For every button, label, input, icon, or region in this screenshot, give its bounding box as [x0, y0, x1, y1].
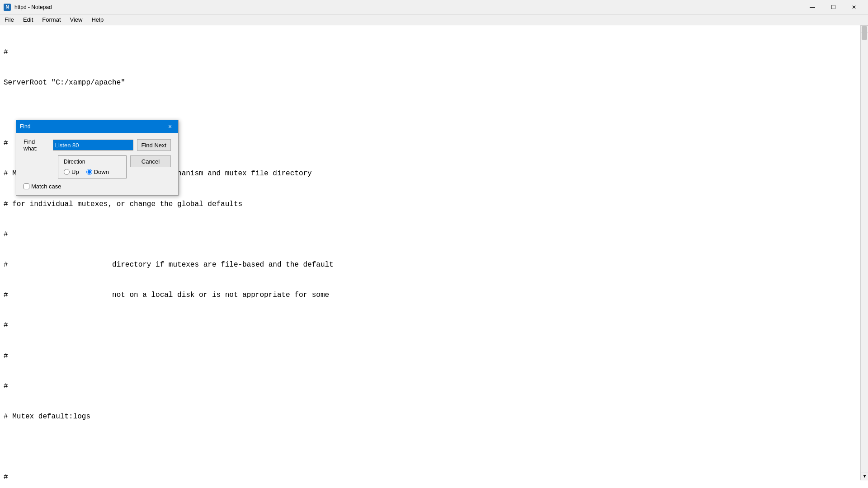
menu-help[interactable]: Help [87, 14, 108, 25]
up-radio[interactable] [64, 169, 70, 175]
scrollbar: ▲ ▼ [860, 25, 868, 480]
direction-group-container: Direction Up Down [58, 155, 127, 178]
menu-file[interactable]: File [0, 14, 19, 25]
titlebar: N httpd - Notepad — ☐ ✕ [0, 0, 868, 14]
editor-line-2 [4, 108, 864, 118]
dialog-titlebar: Find × [16, 120, 178, 133]
editor-line-6: # [4, 230, 864, 239]
direction-group: Direction Up Down [58, 155, 127, 178]
dialog-close-button[interactable]: × [165, 122, 175, 131]
editor-line-9: # [4, 320, 864, 330]
editor[interactable]: # ServerRoot "C:/xampp/apache" # # Mutex… [0, 25, 868, 488]
minimize-button[interactable]: — [802, 0, 823, 14]
dialog-body: Find what: Find Next Direction Up Down [16, 133, 178, 195]
scrollbar-thumb[interactable] [862, 26, 867, 40]
titlebar-controls: — ☐ ✕ [802, 0, 864, 14]
dialog-title: Find [20, 123, 30, 130]
find-dialog: Find × Find what: Find Next Direction Up [16, 120, 179, 196]
editor-line-8: # not on a local disk or is not appropri… [4, 290, 864, 300]
find-next-button[interactable]: Find Next [137, 139, 171, 151]
menu-format[interactable]: Format [38, 14, 65, 25]
direction-radio-row: Up Down [64, 169, 121, 175]
window-title: httpd - Notepad [14, 4, 52, 10]
menu-edit[interactable]: Edit [19, 14, 38, 25]
editor-line-7: # directory if mutexes are file-based an… [4, 260, 864, 270]
maximize-button[interactable]: ☐ [823, 0, 844, 14]
down-radio-label[interactable]: Down [86, 169, 109, 175]
editor-line-5: # for individual mutexes, or change the … [4, 199, 864, 209]
match-case-text: Match case [31, 183, 61, 190]
match-case-label[interactable]: Match case [24, 183, 171, 190]
find-what-label: Find what: [24, 138, 49, 152]
match-case-row: Match case [24, 183, 171, 190]
down-label: Down [94, 169, 109, 175]
editor-line-0: # [4, 47, 864, 57]
up-radio-label[interactable]: Up [64, 169, 79, 175]
menubar: File Edit Format View Help [0, 14, 868, 25]
editor-line-13 [4, 442, 864, 452]
scrollbar-down-button[interactable]: ▼ [861, 473, 868, 480]
app-icon: N [4, 4, 11, 11]
editor-line-14: # [4, 472, 864, 482]
find-what-input[interactable] [53, 140, 133, 150]
close-button[interactable]: ✕ [844, 0, 864, 14]
down-radio[interactable] [86, 169, 92, 175]
direction-label: Direction [64, 159, 121, 165]
editor-line-11: # [4, 381, 864, 391]
find-what-row: Find what: Find Next [24, 138, 171, 152]
editor-line-10: # [4, 351, 864, 361]
titlebar-title: N httpd - Notepad [4, 4, 52, 11]
match-case-checkbox[interactable] [24, 183, 29, 189]
up-label: Up [71, 169, 79, 175]
menu-view[interactable]: View [66, 14, 87, 25]
editor-line-1: ServerRoot "C:/xampp/apache" [4, 78, 864, 88]
editor-line-12: # Mutex default:logs [4, 412, 864, 422]
cancel-button[interactable]: Cancel [130, 155, 171, 167]
